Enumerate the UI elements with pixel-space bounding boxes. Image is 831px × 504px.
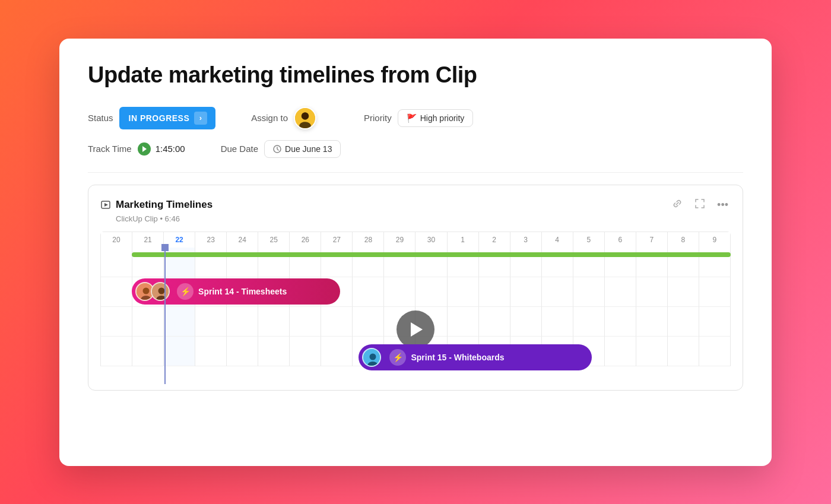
sprint14-avatar2 [151, 282, 170, 301]
cell [636, 337, 668, 366]
svg-point-11 [158, 287, 165, 294]
cell [510, 277, 542, 307]
gantt-wrapper: 20 21 22 23 24 25 26 27 28 29 30 1 2 3 4… [100, 232, 731, 384]
sprint14-icon: ⚡ [177, 283, 194, 300]
cell [195, 337, 227, 366]
today-dot [161, 244, 169, 251]
cell [384, 277, 415, 307]
col-9: 9 [699, 232, 731, 248]
sprint15-name: Sprint 15 - Whiteboards [411, 353, 504, 362]
status-chevron: › [194, 112, 207, 125]
status-label: Status [88, 113, 113, 123]
cell [321, 307, 353, 337]
svg-point-8 [143, 287, 150, 294]
cell [101, 337, 132, 366]
cell [542, 307, 573, 337]
col-7: 7 [636, 232, 668, 248]
due-date-label: Due Date [221, 144, 258, 154]
svg-marker-6 [104, 203, 108, 207]
track-time-value: 1:45:00 [156, 144, 185, 154]
cell [101, 307, 132, 337]
col-23: 23 [195, 232, 227, 248]
play-triangle-icon [411, 322, 423, 337]
sprint15-bar[interactable]: ⚡ Sprint 15 - Whiteboards [359, 344, 592, 370]
expand-button[interactable] [692, 197, 708, 213]
track-time-value-container[interactable]: 1:45:00 [138, 142, 185, 156]
cell [542, 277, 573, 307]
assign-to-label: Assign to [251, 113, 288, 123]
col-28: 28 [353, 232, 384, 248]
cell [699, 307, 731, 337]
timeline-title-row: Marketing Timelines [100, 199, 212, 211]
cell [415, 277, 447, 307]
cell [227, 337, 258, 366]
cell [353, 277, 384, 307]
track-time-field: Track Time 1:45:00 [88, 142, 185, 156]
main-card: Update marketing timelines from Clip Sta… [59, 39, 772, 466]
col-24: 24 [227, 232, 258, 248]
status-field: Status IN PROGRESS › [88, 107, 215, 129]
cell [699, 337, 731, 366]
avatar[interactable] [294, 107, 316, 129]
col-29: 29 [384, 232, 415, 248]
cell [636, 277, 668, 307]
status-button[interactable]: IN PROGRESS › [119, 107, 216, 129]
due-date-badge[interactable]: Due June 13 [264, 140, 341, 158]
col-3: 3 [510, 232, 542, 248]
cell [290, 307, 321, 337]
cell-today [164, 307, 195, 337]
page-title: Update marketing timelines from Clip [88, 62, 743, 88]
cell [195, 307, 227, 337]
clip-icon [100, 199, 111, 210]
col-5: 5 [573, 232, 605, 248]
sprint15-avatar [362, 348, 381, 367]
due-date-field: Due Date Due June 13 [221, 140, 341, 158]
gantt-header: 20 21 22 23 24 25 26 27 28 29 30 1 2 3 4… [100, 232, 731, 248]
timeline-actions: ••• [670, 197, 731, 213]
col-6: 6 [605, 232, 636, 248]
play-button[interactable] [397, 310, 434, 348]
more-button[interactable]: ••• [715, 198, 731, 213]
cell [636, 307, 668, 337]
col-25: 25 [258, 232, 290, 248]
meta-row-1: Status IN PROGRESS › Assign to Priority [88, 107, 743, 129]
meta-row-2: Track Time 1:45:00 Due Date Due June 13 [88, 140, 743, 158]
cell [132, 337, 164, 366]
cell [448, 277, 479, 307]
col-1: 1 [448, 232, 479, 248]
sprint15-icon: ⚡ [389, 349, 406, 366]
track-time-label: Track Time [88, 144, 132, 154]
priority-flag-icon: 🚩 [407, 113, 417, 123]
cell [321, 337, 353, 366]
priority-field: Priority 🚩 High priority [364, 109, 473, 127]
timeline-header: Marketing Timelines ••• [100, 197, 731, 213]
col-20: 20 [101, 232, 132, 248]
cell [605, 307, 636, 337]
cell [101, 277, 132, 307]
col-21: 21 [132, 232, 164, 248]
col-8: 8 [668, 232, 699, 248]
cell [668, 277, 699, 307]
priority-label: Priority [364, 113, 392, 123]
cell [101, 248, 132, 277]
cell [258, 337, 290, 366]
due-date-value: Due June 13 [285, 144, 332, 154]
cell [258, 307, 290, 337]
cell [573, 307, 605, 337]
col-26: 26 [290, 232, 321, 248]
cell [668, 337, 699, 366]
timeline-card: Marketing Timelines ••• [88, 185, 743, 391]
assign-to-field: Assign to [251, 107, 316, 129]
priority-badge[interactable]: 🚩 High priority [398, 109, 474, 127]
link-button[interactable] [670, 197, 685, 213]
cell [605, 337, 636, 366]
clock-icon [273, 145, 281, 153]
timeline-title: Marketing Timelines [116, 199, 212, 211]
cell [227, 307, 258, 337]
col-30: 30 [415, 232, 447, 248]
sprint14-bar[interactable]: ⚡ Sprint 14 - Timesheets [132, 278, 340, 305]
cell [605, 277, 636, 307]
col-2: 2 [479, 232, 510, 248]
cell [479, 307, 510, 337]
priority-value: High priority [420, 113, 465, 123]
